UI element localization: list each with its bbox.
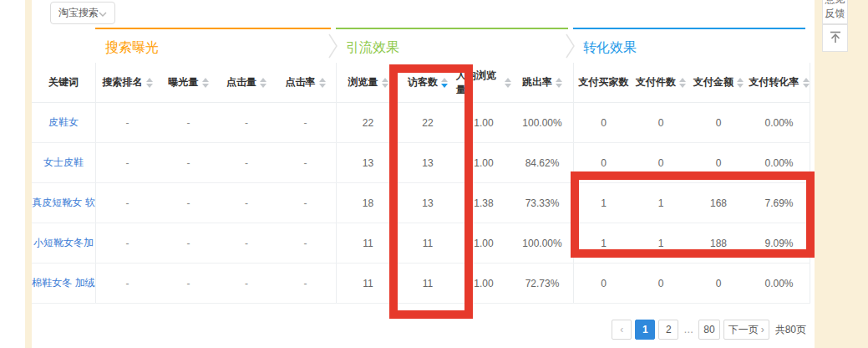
pagination: ‹12…80下一页›共80页 [0, 320, 806, 340]
pagination-prev-button[interactable]: ‹ [612, 320, 632, 340]
table-cell: 84.62% [511, 143, 573, 182]
pagination-ellipsis: … [682, 324, 695, 335]
table-row: 棉鞋女冬 加绒----11111.0072.73%0000.00% [32, 264, 810, 304]
table-cell: 1.00 [456, 223, 511, 263]
sort-icon[interactable] [737, 78, 744, 88]
keyword-link[interactable]: 棉鞋女冬 加绒 [32, 264, 95, 303]
column-header-5[interactable]: 点击率 [275, 63, 336, 102]
column-header-4[interactable]: 点击量 [218, 63, 275, 102]
back-to-top-button[interactable] [822, 24, 848, 52]
sort-icon[interactable] [679, 78, 686, 88]
column-group-row: 搜索曝光引流效果转化效果 [32, 28, 810, 63]
sort-icon[interactable] [202, 78, 209, 88]
pagination-page-2[interactable]: 2 [658, 320, 678, 340]
table-cell: 0.00% [749, 264, 810, 303]
channel-select-value: 淘宝搜索 [58, 6, 99, 20]
table-cell: 0 [633, 264, 688, 303]
table-cell: - [159, 143, 218, 182]
keyword-link[interactable]: 女士皮鞋 [32, 143, 95, 182]
column-header-12[interactable]: 支付金额 [688, 63, 749, 102]
column-header-label: 搜索排名 [103, 75, 143, 90]
column-header-label: 支付买家数 [579, 75, 629, 90]
sort-icon[interactable] [803, 78, 810, 88]
pagination-page-80[interactable]: 80 [698, 320, 719, 340]
table-body: 皮鞋女----22221.00100.00%0000.00%女士皮鞋----13… [32, 103, 810, 304]
table-cell: - [275, 143, 336, 182]
table-cell: 100.00% [511, 223, 573, 263]
group-header-3: 转化效果 [573, 28, 805, 63]
keyword-link[interactable]: 小短靴女冬加 [32, 223, 95, 263]
table-cell: 1.00 [456, 264, 511, 303]
sort-icon[interactable] [382, 78, 388, 88]
table-cell: 73.33% [511, 183, 573, 223]
table-cell: - [218, 264, 275, 303]
group-separator-chevron-icon [566, 33, 576, 62]
page: 意见 反馈 淘宝搜索 搜索曝光引流效果转化效果 关键词搜索排名曝光量点击量点击率… [0, 0, 868, 348]
back-to-top-icon [829, 31, 842, 46]
right-background-panel [815, 0, 868, 348]
table-cell: - [275, 264, 336, 303]
table-cell: 0 [633, 143, 688, 182]
column-header-7[interactable]: 访客数 [399, 63, 456, 102]
column-header-13[interactable]: 支付转化率 [749, 63, 810, 102]
feedback-label-line1: 意见 [823, 0, 847, 7]
table-cell: 11 [336, 223, 399, 263]
pagination-next-label: 下一页 [728, 320, 759, 339]
sort-icon[interactable] [441, 78, 448, 88]
table-cell: 11 [336, 264, 399, 303]
table-row: 皮鞋女----22221.00100.00%0000.00% [32, 103, 810, 143]
table-cell: - [95, 103, 159, 142]
column-header-label: 曝光量 [169, 75, 199, 90]
table-cell: 0 [573, 103, 633, 142]
column-header-label: 人均浏览量 [456, 69, 501, 97]
table-cell: - [275, 103, 336, 142]
table-cell: 188 [688, 223, 749, 263]
group-header-label: 引流效果 [346, 40, 399, 54]
column-header-8[interactable]: 人均浏览量 [456, 63, 511, 102]
column-header-9[interactable]: 跳出率 [511, 63, 573, 102]
table-cell: - [95, 223, 159, 263]
group-header-label: 搜索曝光 [105, 40, 159, 54]
group-header-2: 引流效果 [336, 28, 568, 63]
chevron-down-icon [99, 8, 107, 19]
table-cell: - [95, 264, 159, 303]
table-cell: 13 [336, 143, 399, 182]
table-cell: 13 [399, 183, 456, 223]
table-cell: 0 [688, 103, 749, 142]
table-cell: - [159, 103, 218, 142]
table-cell: - [275, 183, 336, 223]
sort-icon[interactable] [505, 78, 511, 88]
group-header-1: 搜索曝光 [95, 28, 331, 63]
column-header-3[interactable]: 曝光量 [159, 63, 218, 102]
column-header-label: 点击率 [286, 75, 316, 90]
keyword-link[interactable]: 真皮短靴女 软 [32, 183, 95, 223]
column-header-6[interactable]: 浏览量 [336, 63, 399, 102]
table-cell: 1 [633, 223, 688, 263]
pagination-page-1[interactable]: 1 [635, 320, 655, 340]
sort-icon[interactable] [556, 78, 562, 88]
keyword-link[interactable]: 皮鞋女 [32, 103, 95, 142]
table-cell: 11 [399, 223, 456, 263]
table-cell: 0 [633, 103, 688, 142]
table-cell: 0 [688, 143, 749, 182]
column-header-11[interactable]: 支付件数 [633, 63, 688, 102]
column-header-label: 支付转化率 [749, 75, 799, 90]
table-cell: 1 [573, 183, 633, 223]
table-row: 小短靴女冬加----11111.00100.00%111889.09% [32, 223, 810, 264]
table-cell: 18 [336, 183, 399, 223]
column-header-2[interactable]: 搜索排名 [95, 63, 159, 102]
table-cell: 0 [688, 264, 749, 303]
column-header-label: 关键词 [48, 75, 79, 90]
table-cell: 0 [573, 264, 633, 303]
sort-icon[interactable] [319, 78, 326, 88]
table-cell: - [95, 183, 159, 223]
pagination-next-button[interactable]: 下一页› [723, 320, 769, 340]
feedback-button[interactable]: 意见 反馈 [822, 0, 848, 24]
sort-icon[interactable] [260, 78, 266, 88]
pagination-next-arrow-icon: › [761, 320, 764, 339]
table-cell: 13 [399, 143, 456, 182]
channel-select-dropdown[interactable]: 淘宝搜索 [50, 2, 115, 24]
table-cell: 1 [633, 183, 688, 223]
sort-icon[interactable] [146, 78, 153, 88]
table-cell: 0.00% [749, 143, 810, 182]
